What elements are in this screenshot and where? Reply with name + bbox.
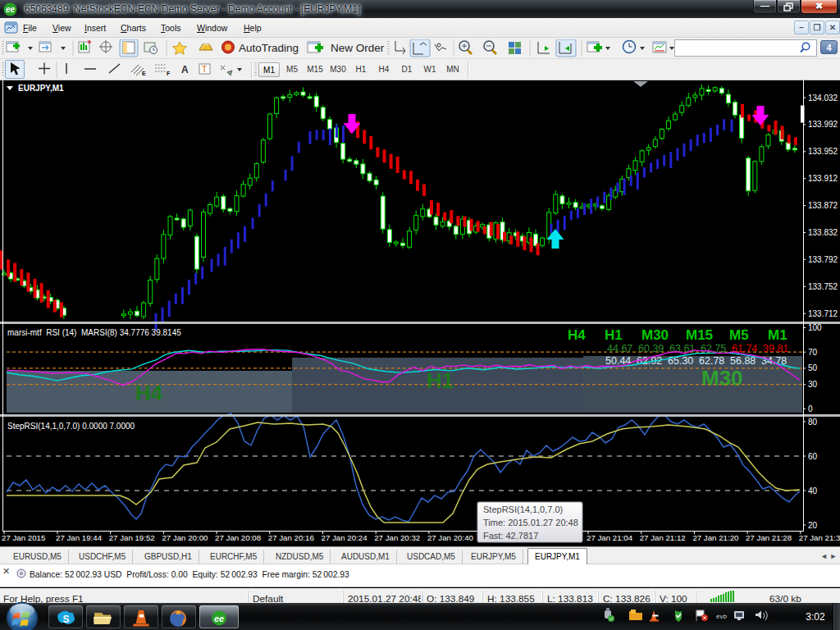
svg-text:27 Jan 20:16: 27 Jan 20:16 [268, 533, 314, 542]
svg-text:M30: M30 [641, 327, 669, 343]
svg-text:F: F [167, 71, 171, 76]
svg-text:StepRSI(14,1,0,7.0): StepRSI(14,1,0,7.0) [483, 504, 563, 514]
svg-text:StepRSI(14,1,0,7.0) 0.0000 7.0: StepRSI(14,1,0,7.0) 0.0000 7.0000 [7, 422, 135, 431]
svg-text:ee: ee [214, 614, 224, 623]
svg-text:27 Jan 2015: 27 Jan 2015 [2, 533, 45, 542]
svg-text:E: E [142, 71, 146, 76]
svg-text:133.952: 133.952 [808, 147, 838, 156]
svg-text:27 Jan 20:32: 27 Jan 20:32 [374, 533, 420, 542]
svg-text:56.88: 56.88 [730, 355, 756, 367]
svg-text:27 Jan 21:04: 27 Jan 21:04 [587, 533, 633, 542]
svg-text:62.78: 62.78 [699, 355, 724, 367]
svg-text:M15: M15 [686, 327, 713, 343]
svg-text:marsi-mtf RSI (14) MARSI(8): marsi-mtf RSI (14) MARSI(8) 34.7776 39.8… [7, 328, 181, 337]
svg-text:A: A [181, 64, 189, 75]
svg-text:ee: ee [6, 5, 16, 14]
svg-text:M5: M5 [729, 327, 749, 343]
svg-text:Fast: 42.7817: Fast: 42.7817 [483, 531, 538, 541]
svg-text:39.81: 39.81 [763, 343, 788, 354]
svg-text:S: S [62, 614, 69, 625]
svg-text:20: 20 [808, 521, 818, 530]
svg-text:27 Jan 20:08: 27 Jan 20:08 [215, 533, 261, 542]
svg-text:40: 40 [808, 486, 818, 495]
svg-text:evb: evb [716, 613, 727, 620]
svg-text:134.032: 134.032 [808, 94, 838, 103]
svg-text:50: 50 [808, 363, 818, 372]
svg-text:60.39: 60.39 [638, 343, 664, 354]
svg-text:27 Jan 21:28: 27 Jan 21:28 [746, 533, 792, 542]
svg-text:133.872: 133.872 [808, 201, 838, 210]
svg-text:100: 100 [808, 323, 822, 332]
svg-text:27 Jan 21:36: 27 Jan 21:36 [799, 533, 840, 542]
svg-text:27 Jan 21:20: 27 Jan 21:20 [692, 533, 739, 542]
svg-text:44.67: 44.67 [607, 343, 632, 354]
svg-text:30: 30 [808, 380, 818, 389]
svg-text:27 Jan 20:24: 27 Jan 20:24 [322, 533, 368, 542]
svg-text:133.712: 133.712 [808, 309, 838, 318]
svg-text:T: T [202, 65, 207, 74]
svg-text:H1: H1 [427, 368, 454, 393]
svg-text:60: 60 [808, 452, 818, 461]
svg-text:133.832: 133.832 [808, 228, 838, 237]
svg-text:133.752: 133.752 [808, 282, 838, 291]
svg-text:133.912: 133.912 [808, 174, 838, 183]
svg-text:27 Jan 21:12: 27 Jan 21:12 [640, 533, 686, 542]
svg-text:H4: H4 [568, 327, 586, 343]
svg-text:0: 0 [808, 404, 813, 413]
svg-text:27 Jan 20:40: 27 Jan 20:40 [427, 533, 474, 542]
svg-text:M1: M1 [768, 327, 788, 343]
svg-text:27 Jan 20:00: 27 Jan 20:00 [162, 533, 208, 542]
svg-text:H1: H1 [605, 327, 623, 343]
svg-text:Time: 2015.01.27 20:48: Time: 2015.01.27 20:48 [483, 518, 578, 527]
svg-text:133.792: 133.792 [808, 255, 838, 264]
svg-text:27 Jan 19:52: 27 Jan 19:52 [109, 533, 155, 542]
svg-text:27 Jan 19:44: 27 Jan 19:44 [56, 533, 103, 542]
svg-text:M30: M30 [701, 366, 743, 390]
svg-text:65.30: 65.30 [668, 355, 693, 367]
svg-text:70: 70 [808, 348, 818, 357]
svg-text:80: 80 [808, 418, 818, 427]
svg-text:EURJPY,M1: EURJPY,M1 [18, 84, 64, 93]
svg-text:133.992: 133.992 [808, 120, 838, 129]
